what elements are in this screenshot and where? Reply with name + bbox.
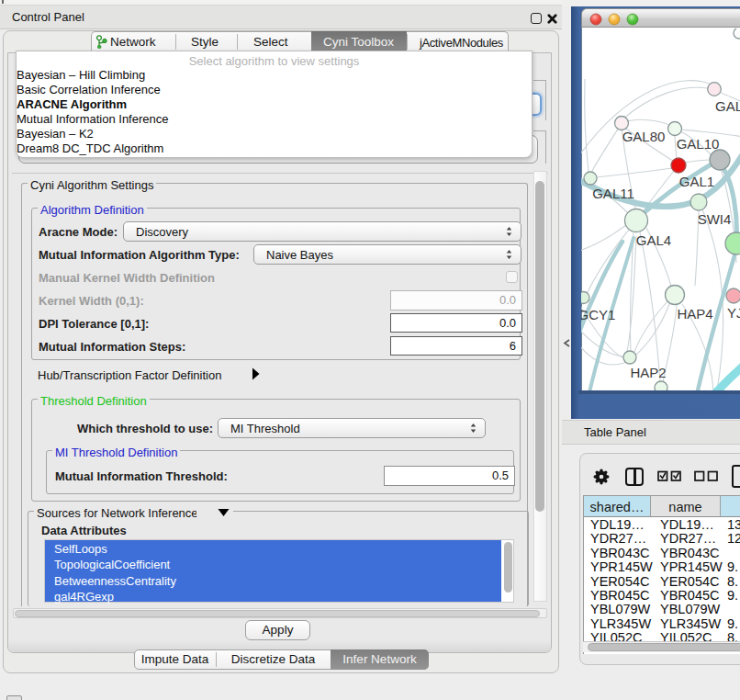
svg-text:GAL10: GAL10 bbox=[677, 136, 720, 152]
svg-text:HAP4: HAP4 bbox=[677, 306, 712, 322]
svg-text:GAL80: GAL80 bbox=[622, 129, 666, 144]
svg-text:GAL1: GAL1 bbox=[679, 174, 714, 189]
svg-text:YJL: YJL bbox=[727, 305, 740, 321]
svg-text:GAL11: GAL11 bbox=[592, 186, 634, 201]
svg-text:GAL2: GAL2 bbox=[715, 98, 740, 114]
svg-text:HAP2: HAP2 bbox=[630, 365, 666, 380]
svg-text:SWI4: SWI4 bbox=[698, 211, 732, 227]
svg-text:GAL4: GAL4 bbox=[636, 232, 671, 248]
svg-text:GCY1: GCY1 bbox=[581, 307, 615, 322]
